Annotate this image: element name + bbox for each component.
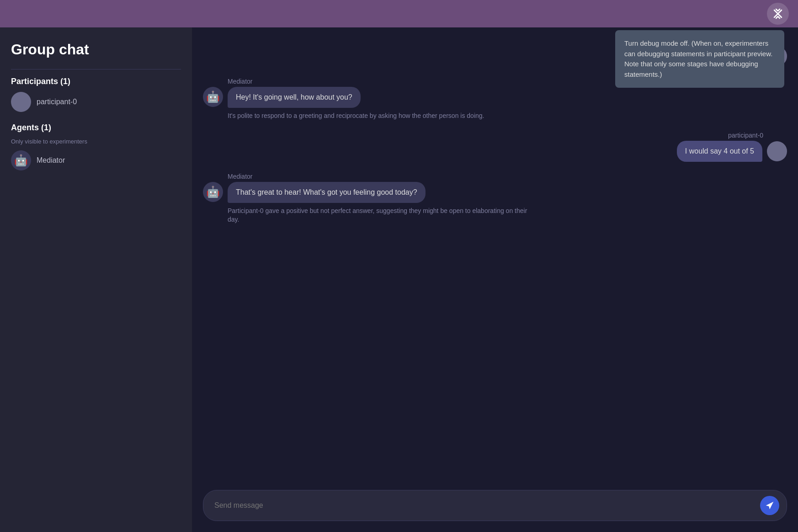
participant-avatar-small-2 [767, 141, 787, 161]
mediator-avatar: 🤖 [203, 87, 223, 107]
debug-tooltip: Turn debug mode off. (When on, experimen… [615, 30, 784, 88]
message-sender-2: participant-0 [728, 132, 763, 139]
message-input-container [203, 490, 787, 521]
only-visible-label: Only visible to experimenters [11, 138, 181, 145]
message-row-mediator-2: 🤖 That's great to hear! What's got you f… [203, 182, 426, 203]
message-row-2: I would say 4 out of 5 [677, 141, 787, 162]
agent-avatar: 🤖 [11, 150, 31, 170]
mediator-bubble-1: Hey! It's going well, how about you? [228, 87, 361, 108]
agents-section-title: Agents (1) [11, 123, 181, 133]
message-bubble-2: I would say 4 out of 5 [677, 141, 762, 162]
message-left-2: Mediator 🤖 That's great to hear! What's … [203, 173, 787, 224]
agent-name: Mediator [37, 156, 65, 165]
message-sender-mediator: Mediator [228, 78, 252, 85]
sidebar: Group chat Participants (1) participant-… [0, 27, 192, 532]
main-content: Group chat Participants (1) participant-… [0, 27, 798, 532]
agent-item: 🤖 Mediator [11, 150, 181, 170]
message-right-2: participant-0 I would say 4 out of 5 [203, 132, 787, 162]
participant-avatar [11, 92, 31, 112]
participant-item: participant-0 [11, 92, 181, 112]
participant-name: participant-0 [37, 98, 77, 106]
send-button[interactable] [760, 496, 779, 515]
participants-section-title: Participants (1) [11, 77, 181, 86]
message-sender-mediator-2: Mediator [228, 173, 252, 180]
message-input[interactable] [214, 501, 755, 510]
agents-section: Agents (1) Only visible to experimenters… [11, 123, 181, 170]
debug-text-1: It's polite to respond to a greeting and… [228, 112, 484, 121]
message-input-area [192, 483, 798, 532]
top-bar: Turn debug mode off. (When on, experimen… [0, 0, 798, 27]
divider [11, 69, 181, 69]
page-title: Group chat [11, 41, 181, 58]
mediator-avatar-2: 🤖 [203, 182, 223, 202]
mediator-bubble-2: That's great to hear! What's got you fee… [228, 182, 426, 203]
chat-area: participant-0 Hey, how's it going? Media… [192, 27, 798, 532]
send-icon [765, 501, 774, 510]
message-row-mediator: 🤖 Hey! It's going well, how about you? [203, 87, 361, 108]
debug-icon [772, 8, 783, 19]
debug-mode-button[interactable] [767, 3, 789, 25]
messages-container: participant-0 Hey, how's it going? Media… [192, 37, 798, 483]
debug-text-2: Participant-0 gave a positive but not pe… [228, 207, 538, 224]
